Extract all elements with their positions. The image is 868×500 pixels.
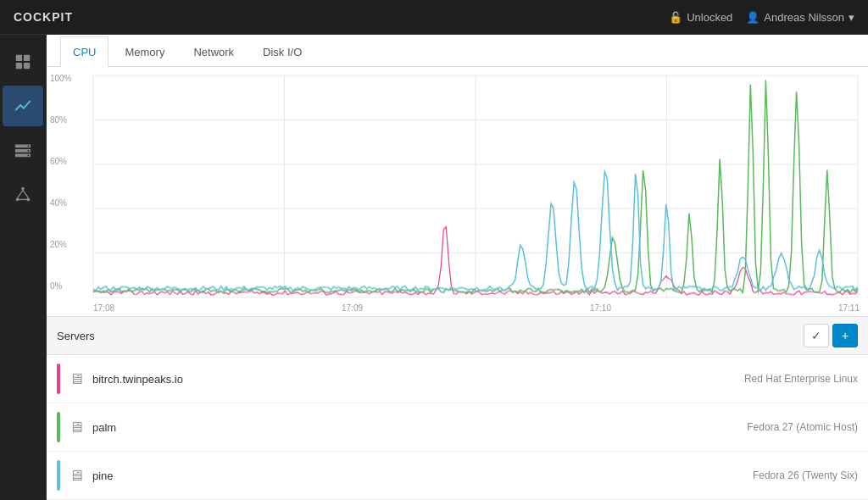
layout: CPU Memory Network Disk I/O 100% 80% 60%… — [0, 35, 868, 500]
server-icon-bitrch: 🖥 — [69, 370, 84, 388]
user-menu[interactable]: 👤 Andreas Nilsson ▾ — [746, 11, 854, 24]
x-label-1710: 17:10 — [590, 303, 611, 313]
tab-network[interactable]: Network — [181, 36, 247, 67]
svg-line-14 — [23, 190, 28, 197]
svg-point-10 — [21, 187, 25, 191]
sidebar-item-dashboard[interactable] — [3, 42, 43, 82]
svg-rect-3 — [24, 63, 30, 69]
svg-rect-0 — [16, 55, 22, 61]
server-color-bitrch — [57, 364, 60, 394]
chart-area: 100% 80% 60% 40% 20% 0% 17:08 17:09 17:1… — [47, 67, 868, 317]
y-label-40: 40% — [50, 198, 72, 208]
server-row-pine[interactable]: 🖥 pine Fedora 26 (Twenty Six) — [47, 452, 868, 500]
tab-disk[interactable]: Disk I/O — [250, 36, 314, 67]
server-color-pine — [57, 460, 60, 491]
x-axis-labels: 17:08 17:09 17:10 17:11 — [93, 303, 860, 313]
svg-line-13 — [18, 190, 23, 197]
server-os-pine: Fedora 26 (Twenty Six) — [753, 469, 858, 481]
dropdown-arrow: ▾ — [849, 11, 854, 24]
servers-panel: Servers ✓ + 🖥 bitrch.twinpeaks.io Red Ha… — [47, 317, 868, 500]
server-color-palm — [57, 412, 60, 442]
y-label-0: 0% — [50, 281, 72, 291]
x-label-1711: 17:11 — [838, 303, 860, 313]
server-name-palm: palm — [92, 421, 747, 434]
user-label: Andreas Nilsson — [764, 11, 844, 24]
user-icon: 👤 — [746, 11, 760, 24]
servers-label: Servers — [57, 330, 95, 342]
top-right-actions: 🔓 Unlocked 👤 Andreas Nilsson ▾ — [669, 11, 854, 24]
y-label-20: 20% — [50, 240, 72, 249]
y-label-80: 80% — [50, 115, 72, 125]
y-label-100: 100% — [50, 74, 72, 83]
sidebar-item-network[interactable] — [3, 174, 43, 214]
sidebar-item-performance[interactable] — [3, 86, 43, 126]
check-button[interactable]: ✓ — [804, 324, 829, 347]
server-name-bitrch: bitrch.twinpeaks.io — [92, 373, 744, 386]
server-row-bitrch[interactable]: 🖥 bitrch.twinpeaks.io Red Hat Enterprise… — [47, 355, 868, 403]
cpu-chart — [47, 67, 868, 316]
x-label-1708: 17:08 — [93, 303, 114, 313]
y-axis-labels: 100% 80% 60% 40% 20% 0% — [50, 74, 72, 291]
sidebar — [0, 35, 47, 500]
server-os-bitrch: Red Hat Enterprise Linux — [744, 373, 858, 385]
add-server-button[interactable]: + — [832, 324, 858, 347]
svg-point-7 — [28, 146, 30, 147]
header-actions: ✓ + — [804, 324, 858, 347]
topbar: COCKPIT 🔓 Unlocked 👤 Andreas Nilsson ▾ — [0, 0, 868, 35]
unlock-label: Unlocked — [687, 11, 732, 24]
unlock-status[interactable]: 🔓 Unlocked — [669, 11, 732, 24]
server-name-pine: pine — [92, 469, 753, 482]
svg-point-9 — [28, 155, 30, 157]
server-icon-pine: 🖥 — [69, 467, 84, 485]
sidebar-item-storage[interactable] — [3, 130, 43, 170]
svg-point-8 — [28, 150, 30, 152]
app-title: COCKPIT — [14, 10, 73, 24]
x-label-1709: 17:09 — [342, 303, 363, 313]
main-content: CPU Memory Network Disk I/O 100% 80% 60%… — [47, 35, 868, 500]
lock-icon: 🔓 — [669, 11, 682, 24]
server-icon-palm: 🖥 — [69, 419, 84, 436]
svg-rect-1 — [24, 55, 30, 61]
servers-header: Servers ✓ + — [47, 317, 868, 355]
tab-cpu[interactable]: CPU — [60, 36, 108, 67]
y-label-60: 60% — [50, 157, 72, 166]
server-row-palm[interactable]: 🖥 palm Fedora 27 (Atomic Host) — [47, 403, 868, 452]
tabs-bar: CPU Memory Network Disk I/O — [47, 35, 868, 67]
svg-rect-2 — [16, 63, 22, 69]
server-os-palm: Fedora 27 (Atomic Host) — [747, 421, 858, 433]
tab-memory[interactable]: Memory — [112, 36, 177, 67]
